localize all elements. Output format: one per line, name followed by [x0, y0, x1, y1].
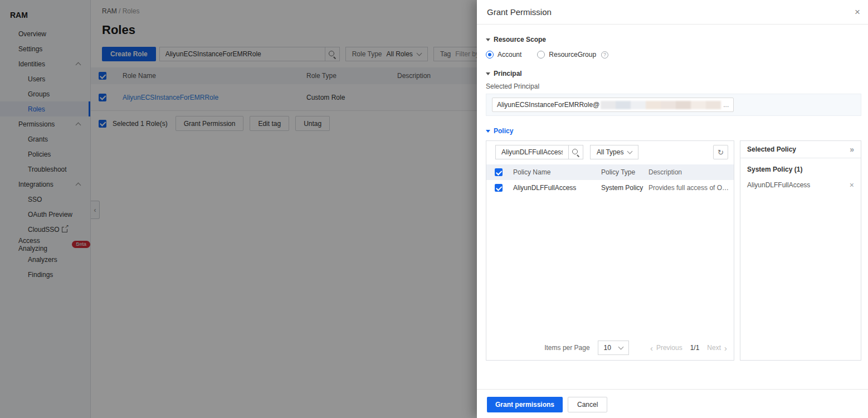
remove-policy-icon[interactable]: ×: [850, 181, 854, 189]
principal-heading[interactable]: Principal: [486, 70, 861, 77]
drawer-title: Grant Permission: [487, 7, 552, 17]
previous-page-button[interactable]: Previous: [650, 343, 682, 353]
selected-policy-name: AliyunDLFFullAccess: [747, 181, 810, 189]
principal-ellipsis: ...: [723, 101, 729, 109]
drawer-overlay[interactable]: [0, 0, 477, 418]
column-policy-type: Policy Type: [601, 168, 648, 176]
policy-search-input[interactable]: [495, 145, 568, 159]
selected-policy-panel: Selected Policy » System Policy (1) Aliy…: [740, 140, 861, 361]
policy-list-panel: All Types Policy Name Policy Type Descri…: [486, 140, 734, 361]
chevron-down-icon: [627, 148, 633, 154]
triangle-down-icon: [486, 72, 490, 75]
policy-searchbox: [495, 145, 583, 159]
items-per-page-label: Items per Page: [544, 344, 589, 352]
principal-chip: AliyunECSInstanceForEMRRole@ ...: [492, 98, 734, 112]
policy-filter-row: All Types: [492, 145, 728, 159]
selected-principal-label: Selected Principal: [486, 82, 861, 90]
policy-row-checkbox[interactable]: [495, 184, 503, 192]
radio-selected-icon: [486, 51, 494, 59]
help-icon[interactable]: [601, 51, 608, 59]
policy-name-cell: AliyunDLFFullAccess: [513, 184, 601, 192]
policy-search-button[interactable]: [568, 145, 583, 159]
collapse-panel-icon[interactable]: »: [850, 145, 854, 154]
drawer-header: Grant Permission ×: [477, 0, 868, 25]
selected-policy-group-title: System Policy (1): [740, 158, 861, 173]
redacted-account-id: [601, 101, 721, 109]
page: RAM Overview Settings Identities Users G…: [0, 0, 868, 418]
cancel-button[interactable]: Cancel: [568, 397, 607, 412]
policy-panels: All Types Policy Name Policy Type Descri…: [486, 140, 861, 361]
policy-table-row: AliyunDLFFullAccess System Policy Provid…: [486, 180, 734, 196]
chevron-down-icon: [618, 344, 623, 349]
radio-unselected-icon: [537, 51, 545, 59]
triangle-down-icon: [486, 130, 490, 133]
drawer-footer: Grant permissions Cancel: [477, 389, 868, 418]
policy-type-cell: System Policy: [601, 184, 648, 192]
drawer-body: Resource Scope Account ResourceGroup Pri…: [477, 36, 868, 361]
selected-policy-title: Selected Policy: [747, 145, 796, 153]
next-page-button[interactable]: Next: [707, 343, 727, 353]
triangle-down-icon: [486, 38, 490, 41]
resource-scope-heading[interactable]: Resource Scope: [486, 36, 861, 43]
resource-scope-options: Account ResourceGroup: [486, 51, 861, 59]
resource-group-radio-option[interactable]: ResourceGroup: [537, 51, 608, 59]
grant-permission-drawer: Grant Permission × Resource Scope Accoun…: [477, 0, 868, 418]
policy-select-all-checkbox[interactable]: [495, 168, 503, 176]
column-policy-name: Policy Name: [513, 168, 601, 176]
policy-table: Policy Name Policy Type Description Aliy…: [486, 164, 734, 196]
items-per-page-select[interactable]: 10: [598, 341, 629, 355]
grant-permissions-confirm-button[interactable]: Grant permissions: [487, 397, 563, 412]
policy-description-cell: Provides full access of OpenAPI ...: [648, 184, 734, 192]
account-radio-option[interactable]: Account: [486, 51, 521, 59]
policy-heading[interactable]: Policy: [486, 127, 861, 135]
selected-policy-header: Selected Policy »: [740, 141, 861, 158]
selected-policy-item: AliyunDLFFullAccess ×: [740, 173, 861, 189]
column-policy-description: Description: [648, 168, 734, 176]
close-icon[interactable]: ×: [855, 7, 860, 17]
page-indicator: 1/1: [690, 344, 700, 352]
pagination: Items per Page 10 Previous 1/1 Next: [486, 341, 734, 355]
refresh-button[interactable]: [713, 145, 728, 159]
principal-value: AliyunECSInstanceForEMRRole@: [497, 101, 599, 109]
policy-table-header: Policy Name Policy Type Description: [486, 164, 734, 180]
policy-type-dropdown[interactable]: All Types: [590, 145, 638, 159]
selected-principal-field[interactable]: AliyunECSInstanceForEMRRole@ ...: [486, 94, 861, 116]
search-icon: [572, 149, 579, 156]
